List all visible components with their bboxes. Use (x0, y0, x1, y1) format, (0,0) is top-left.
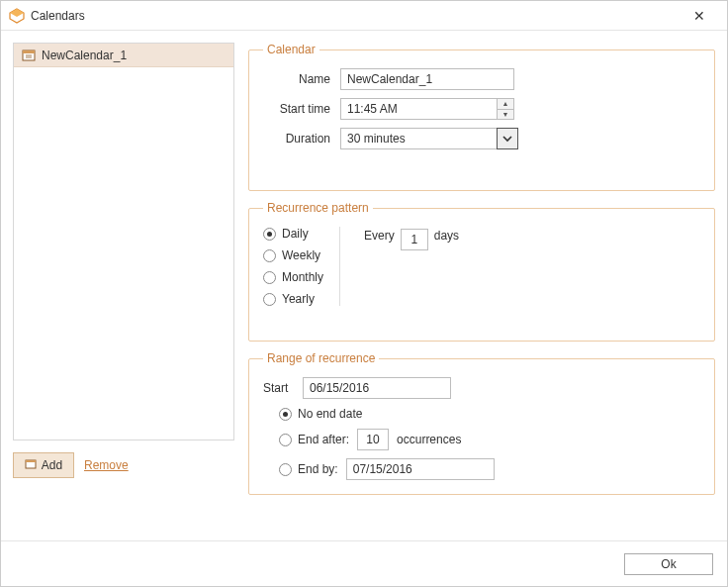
calendar-icon (22, 49, 36, 62)
titlebar: Calendars ✕ (1, 1, 727, 31)
calendar-group: Calendar Name Start time ▲ ▼ (248, 43, 715, 191)
end-after-label: End after: (298, 433, 349, 446)
radio-icon (263, 228, 276, 241)
body: NewCalendar_1 Add Remove Cale (1, 31, 727, 540)
ok-button[interactable]: Ok (624, 553, 713, 575)
spinner-up-icon[interactable]: ▲ (498, 99, 513, 110)
radio-daily-label: Daily (282, 227, 309, 241)
svg-rect-7 (26, 460, 36, 462)
radio-icon (263, 293, 276, 306)
recurrence-group: Recurrence pattern Daily Weekly (248, 201, 715, 342)
start-time-input[interactable] (340, 98, 497, 120)
chevron-down-icon[interactable] (497, 128, 518, 149)
window: Calendars ✕ NewCalendar_1 (0, 0, 728, 587)
radio-weekly[interactable]: Weekly (263, 248, 323, 262)
radio-end-after[interactable]: End after: (279, 433, 349, 446)
radio-icon (263, 271, 276, 284)
calendar-list[interactable]: NewCalendar_1 (13, 43, 234, 440)
range-legend: Range of recurrence (263, 351, 379, 365)
footer: Ok (1, 540, 727, 586)
close-button[interactable]: ✕ (680, 2, 719, 30)
end-by-label: End by: (298, 462, 338, 476)
radio-weekly-label: Weekly (282, 248, 320, 262)
end-by-input[interactable] (346, 458, 495, 480)
end-after-input[interactable] (357, 429, 389, 450)
name-label: Name (263, 72, 340, 86)
radio-yearly-label: Yearly (282, 292, 315, 306)
left-column: NewCalendar_1 Add Remove (13, 43, 234, 537)
every-label: Every (364, 229, 395, 243)
add-icon (25, 458, 37, 473)
left-actions: Add Remove (13, 452, 234, 478)
radio-daily[interactable]: Daily (263, 227, 323, 241)
radio-monthly-label: Monthly (282, 270, 323, 284)
add-button-label: Add (42, 458, 62, 472)
radio-end-by[interactable]: End by: (279, 462, 338, 476)
add-button[interactable]: Add (13, 452, 74, 478)
radio-icon (279, 463, 292, 476)
range-start-label: Start (263, 381, 295, 395)
duration-input[interactable] (340, 128, 497, 149)
spinner-down-icon[interactable]: ▼ (498, 110, 513, 120)
recurrence-legend: Recurrence pattern (263, 201, 373, 215)
duration-select[interactable] (340, 128, 518, 149)
range-start-input[interactable] (303, 377, 451, 399)
duration-label: Duration (263, 132, 340, 146)
right-column: Calendar Name Start time ▲ ▼ (248, 43, 715, 537)
svg-rect-3 (23, 50, 35, 53)
list-item[interactable]: NewCalendar_1 (14, 44, 233, 67)
remove-link[interactable]: Remove (84, 458, 129, 472)
no-end-label: No end date (298, 407, 362, 421)
radio-monthly[interactable]: Monthly (263, 270, 323, 284)
name-input[interactable] (340, 68, 514, 90)
list-item-label: NewCalendar_1 (42, 49, 127, 62)
radio-no-end[interactable]: No end date (279, 407, 362, 421)
radio-icon (279, 408, 292, 421)
start-time-spinner[interactable]: ▲ ▼ (340, 98, 514, 120)
app-icon (9, 8, 25, 24)
calendar-legend: Calendar (263, 43, 319, 56)
every-input[interactable] (401, 229, 428, 250)
start-time-label: Start time (263, 102, 340, 116)
radio-yearly[interactable]: Yearly (263, 292, 323, 306)
days-label: days (434, 229, 459, 243)
window-title: Calendars (31, 9, 680, 23)
range-group: Range of recurrence Start No end date (248, 351, 715, 495)
radio-icon (279, 434, 292, 446)
occurrences-label: occurrences (397, 433, 461, 446)
radio-icon (263, 249, 276, 262)
